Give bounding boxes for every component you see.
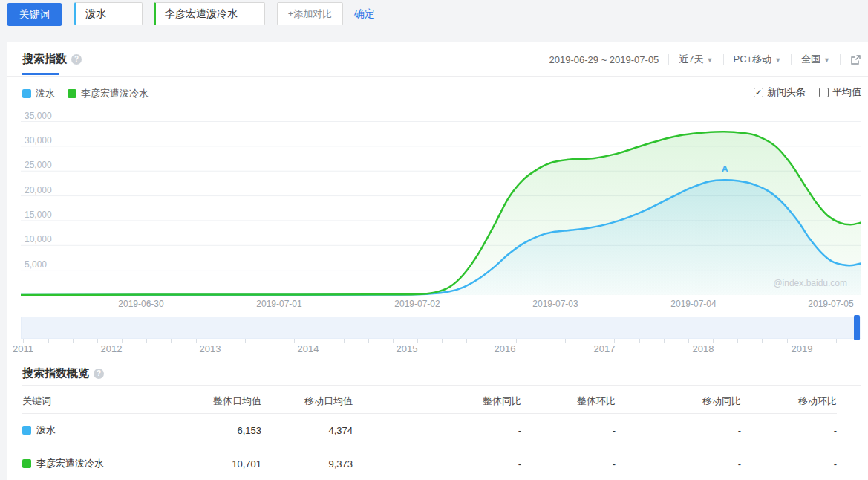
table-row-1[interactable]: 李彦宏遭泼冷水10,7019,373---- [22, 447, 837, 480]
search-index-panel: 搜索指数? 2019-06-29 ~ 2019-07-05 近7天▼ PC+移动… [7, 42, 868, 480]
row-value: 4,374 [261, 425, 353, 436]
header-divider [7, 76, 868, 77]
table-row-0[interactable]: 泼水6,1534,374---- [22, 414, 837, 447]
keyword-topbar: 关键词 泼水 李彦宏遭泼冷水 +添加对比 确定 [0, 0, 868, 42]
row-value: - [616, 425, 741, 436]
chevron-down-icon: ▼ [823, 56, 830, 64]
row-value: - [741, 425, 837, 436]
external-link-icon[interactable] [850, 54, 861, 65]
device-dropdown[interactable]: PC+移动▼ [734, 53, 782, 66]
region-dropdown[interactable]: 全国▼ [801, 53, 830, 66]
x-tick-label: 2019-07-03 [532, 299, 578, 309]
checkbox-1[interactable]: 平均值 [819, 85, 861, 99]
timeline-year: 2017 [594, 343, 616, 354]
chart-controls: 2019-06-29 ~ 2019-07-05 近7天▼ PC+移动▼ 全国▼ [549, 53, 861, 66]
row-value: 10,701 [187, 458, 261, 470]
column-header: 整体同比 [353, 395, 521, 408]
tab-active-indicator [22, 73, 59, 75]
x-tick-label: 2019-07-01 [256, 299, 301, 309]
divider [791, 54, 792, 65]
timeline-year: 2013 [200, 343, 221, 354]
column-header: 整体日均值 [187, 395, 261, 408]
row-value: - [616, 458, 741, 470]
svg-text:10,000: 10,000 [25, 234, 52, 244]
svg-text:20,000: 20,000 [25, 185, 52, 195]
overview-table: 关键词整体日均值移动日均值整体同比整体环比移动同比移动环比泼水6,1534,37… [22, 385, 837, 480]
keyword-input-2[interactable]: 李彦宏遭泼冷水 [154, 2, 265, 25]
legend-item-1[interactable]: 李彦宏遭泼冷水 [68, 87, 149, 100]
row-keyword: 李彦宏遭泼冷水 [36, 457, 104, 470]
timeline-year: 2016 [495, 343, 516, 354]
add-compare-button[interactable]: +添加对比 [277, 2, 343, 25]
tab-search-index[interactable]: 搜索指数? [22, 52, 82, 66]
column-header: 移动环比 [741, 395, 837, 408]
peak-marker-a[interactable]: A [721, 163, 728, 175]
slider-handle[interactable] [854, 315, 860, 340]
divider [723, 54, 724, 65]
column-header: 关键词 [22, 395, 187, 408]
checkbox-group: ✓新闻头条平均值 [754, 85, 861, 99]
row-value: - [741, 458, 837, 470]
confirm-link[interactable]: 确定 [354, 7, 375, 21]
row-value: 9,373 [261, 458, 353, 470]
chevron-down-icon: ▼ [707, 56, 714, 64]
svg-text:30,000: 30,000 [25, 135, 52, 146]
watermark: @index.baidu.com [773, 278, 847, 288]
help-icon[interactable]: ? [94, 369, 104, 379]
row-keyword: 泼水 [36, 424, 56, 437]
x-tick-label: 2019-06-30 [118, 299, 163, 309]
timeline-year: 2015 [397, 343, 418, 354]
x-axis-labels: 2019-06-302019-07-012019-07-022019-07-03… [21, 299, 861, 311]
keyword-button[interactable]: 关键词 [7, 3, 62, 26]
timeline-year: 2014 [298, 343, 319, 354]
row-value: - [521, 425, 616, 436]
svg-text:5,000: 5,000 [25, 259, 47, 270]
row-value: - [353, 425, 521, 436]
timeline-slider[interactable] [21, 317, 861, 339]
column-header: 移动同比 [616, 395, 741, 408]
legend-swatch [22, 89, 31, 98]
svg-text:35,000: 35,000 [25, 111, 52, 121]
svg-text:15,000: 15,000 [25, 210, 52, 220]
series-swatch [22, 426, 31, 435]
row-value: 6,153 [187, 425, 261, 436]
timeline-year: 2018 [693, 343, 714, 354]
time-range-dropdown[interactable]: 近7天▼ [679, 53, 713, 66]
x-tick-label: 2019-07-04 [670, 299, 716, 309]
checkbox-0[interactable]: ✓新闻头条 [754, 85, 806, 99]
checkbox-icon [819, 88, 829, 97]
series-swatch [22, 459, 31, 468]
column-header: 整体环比 [521, 395, 616, 408]
checkbox-icon: ✓ [754, 88, 763, 97]
row-value: - [353, 458, 521, 470]
x-tick-label: 2019-07-05 [808, 299, 853, 309]
divider [668, 54, 669, 65]
svg-text:25,000: 25,000 [25, 160, 52, 170]
row-value: - [521, 458, 616, 470]
area-泼水 [21, 180, 861, 295]
legend-item-0[interactable]: 泼水 [22, 87, 55, 100]
divider [840, 54, 841, 65]
timeline-year: 2011 [13, 343, 33, 354]
timeline-year: 2019 [792, 343, 813, 354]
date-range: 2019-06-29 ~ 2019-07-05 [549, 54, 659, 65]
chevron-down-icon: ▼ [774, 56, 781, 64]
trend-chart[interactable]: 5,00010,00015,00020,00025,00030,00035,00… [21, 111, 861, 302]
overview-title: 搜索指数概览? [22, 366, 104, 380]
column-header: 移动日均值 [261, 395, 353, 408]
help-icon[interactable]: ? [71, 54, 82, 65]
legend-swatch [68, 89, 76, 98]
timeline-year-labels: 201120122013201420152016201720182019 [21, 343, 861, 355]
x-tick-label: 2019-07-02 [394, 299, 440, 309]
timeline-year: 2012 [101, 343, 123, 354]
legend: 泼水李彦宏遭泼冷水 [22, 87, 149, 100]
table-header-row: 关键词整体日均值移动日均值整体同比整体环比移动同比移动环比 [22, 385, 837, 414]
keyword-input-1[interactable]: 泼水 [74, 2, 143, 25]
